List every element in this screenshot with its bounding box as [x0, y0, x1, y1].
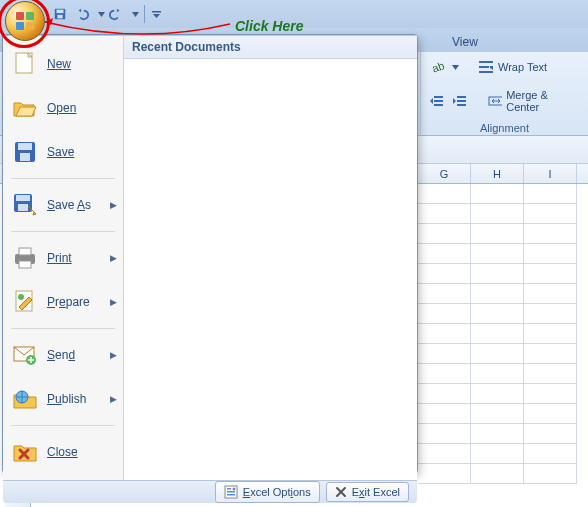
submenu-arrow-icon: ▶: [110, 350, 117, 360]
wrap-text-button[interactable]: Wrap Text: [471, 56, 554, 78]
excel-options-label: Excel Options: [243, 486, 311, 498]
menu-label: New: [47, 57, 71, 71]
options-icon: [224, 485, 238, 499]
exit-excel-button[interactable]: Exit Excel: [326, 482, 409, 502]
menu-separator: [11, 231, 115, 232]
svg-rect-15: [457, 96, 466, 98]
ribbon-group-alignment: ab Wrap Text Merge & Center Alignment: [420, 52, 588, 136]
send-icon: [11, 341, 39, 369]
close-icon: [11, 438, 39, 466]
svg-rect-28: [19, 261, 31, 268]
publish-icon: [11, 385, 39, 413]
submenu-arrow-icon: ▶: [110, 394, 117, 404]
office-menu-right: Recent Documents: [123, 36, 417, 480]
menu-item-close[interactable]: Close: [3, 430, 123, 474]
svg-rect-6: [16, 22, 24, 30]
svg-rect-21: [18, 143, 32, 150]
title-bar: [0, 0, 588, 28]
office-logo-icon: [15, 11, 35, 31]
svg-rect-14: [434, 104, 443, 106]
menu-item-prepare[interactable]: Prepare ▶: [3, 280, 123, 324]
merge-center-icon: [488, 93, 502, 109]
new-icon: [11, 50, 39, 78]
svg-rect-35: [227, 488, 231, 490]
menu-separator: [11, 425, 115, 426]
svg-rect-7: [26, 22, 34, 30]
svg-point-38: [232, 488, 235, 491]
menu-label: Publish: [47, 392, 86, 406]
decrease-indent-icon: [429, 93, 445, 109]
increase-indent-button[interactable]: [450, 90, 470, 112]
svg-rect-1: [57, 10, 64, 14]
column-header[interactable]: H: [471, 164, 524, 183]
cells-area[interactable]: [418, 184, 588, 507]
office-button[interactable]: [5, 1, 45, 41]
column-header[interactable]: G: [418, 164, 471, 183]
print-icon: [11, 244, 39, 272]
redo-icon: [109, 7, 123, 21]
qat-undo-dropdown[interactable]: [96, 4, 106, 24]
svg-rect-11: [479, 71, 493, 73]
excel-options-button[interactable]: Excel Options: [215, 481, 320, 503]
open-icon: [11, 94, 39, 122]
save-icon: [53, 7, 67, 21]
svg-text:ab: ab: [430, 59, 446, 74]
qat-save-button[interactable]: [50, 4, 70, 24]
menu-label: Send: [47, 348, 75, 362]
menu-separator: [11, 328, 115, 329]
chevron-down-icon[interactable]: [452, 65, 459, 70]
merge-center-label: Merge & Center: [506, 89, 575, 113]
svg-point-30: [18, 294, 24, 300]
submenu-arrow-icon: ▶: [110, 297, 117, 307]
menu-label: Print: [47, 251, 72, 265]
exit-excel-label: Exit Excel: [352, 486, 400, 498]
tab-view[interactable]: View: [440, 32, 490, 52]
svg-rect-24: [16, 195, 30, 201]
column-header[interactable]: I: [524, 164, 577, 183]
menu-item-publish[interactable]: Publish ▶: [3, 377, 123, 421]
menu-item-save-as[interactable]: Save As ▶: [3, 183, 123, 227]
svg-rect-17: [457, 104, 466, 106]
decrease-indent-button[interactable]: [427, 90, 447, 112]
menu-label: Open: [47, 101, 76, 115]
wrap-text-label: Wrap Text: [498, 61, 547, 73]
menu-item-open[interactable]: Open: [3, 86, 123, 130]
svg-rect-37: [227, 494, 235, 496]
svg-rect-5: [26, 12, 34, 20]
merge-center-button[interactable]: Merge & Center: [481, 86, 582, 116]
menu-item-send[interactable]: Send ▶: [3, 333, 123, 377]
wrap-text-icon: [478, 59, 494, 75]
office-menu-left: New Open Save Save As ▶: [3, 36, 123, 480]
undo-icon: [75, 7, 89, 21]
qat-undo-button[interactable]: [72, 4, 92, 24]
menu-label: Save As: [47, 198, 91, 212]
svg-rect-25: [18, 204, 28, 211]
menu-item-save[interactable]: Save: [3, 130, 123, 174]
svg-rect-27: [19, 248, 31, 255]
exit-icon: [335, 486, 347, 498]
qat-separator: [144, 5, 145, 23]
submenu-arrow-icon: ▶: [110, 200, 117, 210]
qat-customize-dropdown[interactable]: [151, 4, 161, 24]
office-menu-footer: Excel Options Exit Excel: [3, 480, 417, 503]
svg-rect-22: [20, 153, 30, 161]
menu-label: Close: [47, 445, 78, 459]
svg-rect-4: [16, 12, 24, 20]
orientation-icon: ab: [430, 59, 446, 75]
qat-redo-button[interactable]: [106, 4, 126, 24]
menu-item-new[interactable]: New: [3, 42, 123, 86]
qat-redo-dropdown[interactable]: [130, 4, 140, 24]
orientation-button[interactable]: ab: [427, 56, 449, 78]
group-label-alignment: Alignment: [421, 122, 588, 134]
menu-label: Save: [47, 145, 74, 159]
svg-rect-10: [479, 66, 489, 68]
save-icon: [11, 138, 39, 166]
svg-rect-16: [457, 100, 466, 102]
menu-item-print[interactable]: Print ▶: [3, 236, 123, 280]
save-as-icon: [11, 191, 39, 219]
svg-rect-36: [227, 491, 235, 493]
office-menu: New Open Save Save As ▶: [2, 34, 418, 474]
menu-separator: [11, 178, 115, 179]
increase-indent-icon: [452, 93, 468, 109]
svg-rect-9: [479, 61, 493, 63]
